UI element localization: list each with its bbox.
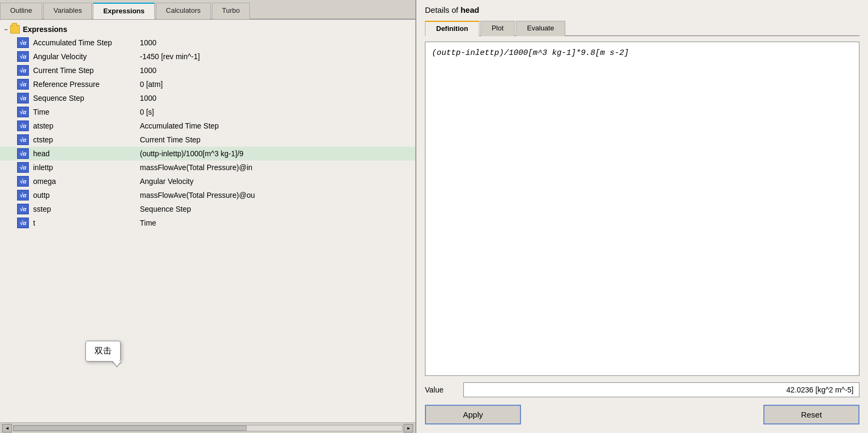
scroll-track[interactable] [13,425,403,431]
left-panel: Outline Variables Expressions Calculator… [0,0,416,433]
value-input[interactable] [463,382,859,397]
expr-icon: √α [17,176,29,187]
list-item[interactable]: √α Time 0 [s] [0,105,415,119]
item-name: Angular Velocity [33,52,140,61]
scroll-thumb[interactable] [13,426,247,431]
expr-icon: √α [17,107,29,117]
item-name: Time [33,108,140,116]
list-item[interactable]: √α atstep Accumulated Time Step [0,119,415,133]
item-name: outtp [33,191,140,199]
expr-icon: √α [17,65,29,76]
expr-icon: √α [17,148,29,159]
list-item[interactable]: √α ctstep Current Time Step 双击 [0,133,415,147]
list-item[interactable]: √α Sequence Step 1000 [0,91,415,105]
item-value: 0 [s] [140,108,154,116]
horizontal-scrollbar[interactable]: ◂ ▸ [0,422,415,433]
tab-outline[interactable]: Outline [0,3,42,19]
expr-icon: √α [17,79,29,90]
list-item[interactable]: √α Reference Pressure 0 [atm] [0,77,415,91]
list-item[interactable]: √α outtp massFlowAve(Total Pressure)@ou [0,188,415,202]
item-name: atstep [33,122,140,130]
list-item-head[interactable]: √α head (outtp-inlettp)/1000[m^3 kg-1]/9 [0,147,415,161]
list-item[interactable]: √α sstep Sequence Step [0,202,415,216]
tree-root[interactable]: – Expressions [0,23,415,36]
scroll-right-button[interactable]: ▸ [404,424,413,432]
item-name: inlettp [33,163,140,172]
list-item[interactable]: √α Accumulated Time Step 1000 [0,36,415,50]
expr-icon: √α [17,37,29,48]
details-subject: head [461,5,479,14]
expr-icon: √α [17,134,29,145]
item-value: 1000 [140,94,156,102]
formula-box[interactable]: (outtp-inlettp)/1000[m^3 kg-1]*9.8[m s-2… [425,42,859,376]
item-name: Accumulated Time Step [33,38,140,47]
item-name: Sequence Step [33,94,140,102]
item-value: Accumulated Time Step [140,122,219,130]
scroll-left-button[interactable]: ◂ [2,424,12,432]
item-name: Reference Pressure [33,80,140,89]
details-title-label: Details of [425,5,459,14]
expr-icon: √α [17,204,29,214]
expr-icon: √α [17,121,29,131]
list-item[interactable]: √α Angular Velocity -1450 [rev min^-1] [0,50,415,63]
list-item[interactable]: √α Current Time Step 1000 [0,63,415,77]
item-value: 0 [atm] [140,80,163,89]
value-label: Value [425,386,457,394]
item-value: massFlowAve(Total Pressure)@ou [140,191,255,199]
item-name: omega [33,177,140,186]
item-value: Sequence Step [140,205,191,213]
list-item[interactable]: √α inlettp massFlowAve(Total Pressure)@i… [0,161,415,174]
right-panel: Details of head Definition Plot Evaluate… [416,0,868,433]
list-item[interactable]: √α omega Angular Velocity [0,174,415,188]
tab-bar: Outline Variables Expressions Calculator… [0,0,415,20]
value-row: Value [425,382,859,397]
item-name: head [33,149,140,158]
tree-area: – Expressions √α Accumulated Time Step 1… [0,20,415,422]
item-value: -1450 [rev min^-1] [140,52,200,61]
tooltip-callout: 双击 [85,341,121,362]
item-name: t [33,219,140,227]
sub-tab-definition[interactable]: Definition [425,21,479,36]
expr-icon: √α [17,51,29,62]
item-value: 1000 [140,66,156,75]
list-item[interactable]: √α t Time [0,216,415,230]
expr-icon: √α [17,218,29,228]
reset-button[interactable]: Reset [763,405,859,424]
tab-variables[interactable]: Variables [43,3,92,19]
apply-button[interactable]: Apply [425,405,521,424]
expr-icon: √α [17,162,29,173]
sub-tab-evaluate[interactable]: Evaluate [516,21,565,36]
item-value: Time [140,219,156,227]
tab-expressions[interactable]: Expressions [93,3,154,19]
sub-tab-plot[interactable]: Plot [480,21,515,36]
details-title: Details of head [425,5,859,14]
tree-root-label: Expressions [23,25,67,34]
expr-icon: √α [17,93,29,103]
formula-text: (outtp-inlettp)/1000[m^3 kg-1]*9.8[m s-2… [432,49,629,58]
tab-turbo[interactable]: Turbo [212,3,250,19]
item-value: 1000 [140,38,156,47]
item-value: massFlowAve(Total Pressure)@in [140,163,252,172]
item-value: Angular Velocity [140,177,193,186]
collapse-icon[interactable]: – [4,26,8,33]
item-value: (outtp-inlettp)/1000[m^3 kg-1]/9 [140,149,243,158]
sub-tab-bar: Definition Plot Evaluate [425,20,859,36]
button-row: Apply Reset [425,405,859,424]
tab-calculators[interactable]: Calculators [156,3,211,19]
folder-icon [10,25,20,34]
expr-icon: √α [17,190,29,201]
item-name: ctstep [33,135,140,144]
item-name: Current Time Step [33,66,140,75]
tooltip-text: 双击 [94,346,112,355]
item-value: Current Time Step [140,135,201,144]
item-name: sstep [33,205,140,213]
